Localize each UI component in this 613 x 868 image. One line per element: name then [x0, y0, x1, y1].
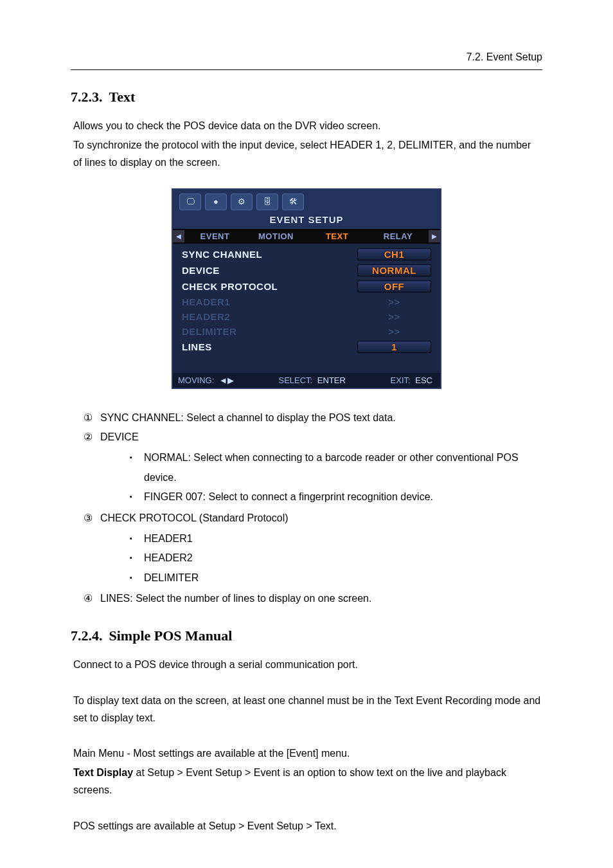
- row-label: DEVICE: [182, 265, 220, 276]
- sub-list: NORMAL: Select when connecting to a barc…: [130, 448, 542, 507]
- tab-arrow-left[interactable]: ◄: [173, 230, 184, 242]
- tab-text[interactable]: TEXT: [306, 230, 368, 243]
- section-title: Text: [109, 89, 136, 105]
- row-label: HEADER1: [182, 296, 230, 307]
- footer-moving: MOVING: ◄▶: [178, 375, 236, 385]
- monitor-icon[interactable]: 🖵: [179, 194, 201, 210]
- list-text: DEVICE: [100, 431, 139, 442]
- dvr-event-setup-window: 🖵 ● ⚙ 🗄 🛠 EVENT SETUP ◄ EVENT MOTION TEX…: [172, 188, 441, 389]
- rec-icon[interactable]: ●: [205, 194, 227, 210]
- row-value[interactable]: 1: [357, 341, 431, 353]
- embedded-screenshot: 🖵 ● ⚙ 🗄 🛠 EVENT SETUP ◄ EVENT MOTION TEX…: [71, 188, 542, 389]
- list-text: CHECK PROTOCOL (Standard Protocol): [100, 512, 289, 523]
- paragraph: To display text data on the screen, at l…: [73, 692, 542, 727]
- toolbar: 🖵 ● ⚙ 🗄 🛠: [173, 190, 440, 213]
- tab-event[interactable]: EVENT: [184, 230, 245, 243]
- bold-text: Text Display: [73, 767, 133, 778]
- sub-list-item: FINGER 007: Select to connect a fingerpr…: [130, 487, 542, 507]
- sub-list-item: DELIMITER: [130, 568, 542, 588]
- window-title: EVENT SETUP: [173, 213, 440, 229]
- intro-paragraph-1: Allows you to check the POS device data …: [73, 117, 542, 134]
- header-breadcrumb: 7.2. Event Setup: [466, 51, 542, 63]
- sub-list-item: HEADER1: [130, 529, 542, 548]
- footer-hint-bar: MOVING: ◄▶ SELECT: ENTER EXIT: ESC: [173, 373, 440, 388]
- row-value: >>: [357, 326, 431, 337]
- section-title: Simple POS Manual: [109, 628, 233, 644]
- list-text: LINES: Select the number of lines to dis…: [100, 593, 371, 604]
- network-icon[interactable]: ⚙: [231, 194, 253, 210]
- row-value[interactable]: CH1: [357, 248, 431, 260]
- page: 7.2. Event Setup 7.2.3.Text Allows you t…: [0, 0, 613, 868]
- list-text: SYNC CHANNEL: Select a channel to displa…: [100, 412, 396, 423]
- list-item: LINES: Select the number of lines to dis…: [84, 589, 542, 608]
- row-label: DELIMITER: [182, 326, 236, 337]
- tab-bar: ◄ EVENT MOTION TEXT RELAY ►: [173, 229, 440, 244]
- paragraph: POS settings are available at Setup > Ev…: [73, 817, 542, 835]
- storage-icon[interactable]: 🗄: [256, 194, 278, 210]
- text: at Setup > Event Setup > Event is an opt…: [73, 767, 506, 795]
- row-value: >>: [357, 311, 431, 322]
- paragraph: Main Menu - Most settings are available …: [73, 745, 542, 762]
- header-rule: [71, 69, 542, 70]
- section-number: 7.2.4.: [71, 628, 103, 644]
- row-delimiter: DELIMITER >>: [178, 324, 435, 339]
- content: 7.2.3.Text Allows you to check the POS d…: [71, 89, 542, 835]
- footer-label: MOVING:: [178, 375, 214, 385]
- intro-paragraph-2: To synchronize the protocol with the inp…: [73, 136, 542, 171]
- footer-key: ESC: [415, 375, 432, 385]
- paragraph: Text Display at Setup > Event Setup > Ev…: [73, 764, 542, 799]
- tab-motion[interactable]: MOTION: [245, 230, 306, 243]
- sub-list-item: NORMAL: Select when connecting to a barc…: [130, 448, 542, 487]
- section-heading-724: 7.2.4.Simple POS Manual: [71, 628, 542, 644]
- row-check-protocol[interactable]: CHECK PROTOCOL OFF: [178, 278, 435, 294]
- settings-rows: SYNC CHANNEL CH1 DEVICE NORMAL CHECK PRO…: [173, 244, 440, 373]
- row-label: SYNC CHANNEL: [182, 249, 262, 260]
- row-value[interactable]: OFF: [357, 280, 431, 293]
- tab-relay[interactable]: RELAY: [368, 230, 429, 243]
- list-item: CHECK PROTOCOL (Standard Protocol) HEADE…: [84, 509, 542, 588]
- tools-icon[interactable]: 🛠: [282, 194, 304, 210]
- tab-arrow-right[interactable]: ►: [429, 230, 440, 242]
- row-value: >>: [357, 296, 431, 307]
- footer-select: SELECT: ENTER: [278, 375, 348, 385]
- numbered-list: SYNC CHANNEL: Select a channel to displa…: [84, 408, 542, 609]
- footer-exit: EXIT: ESC: [391, 375, 435, 385]
- list-item: SYNC CHANNEL: Select a channel to displa…: [84, 408, 542, 428]
- row-header2: HEADER2 >>: [178, 309, 435, 324]
- footer-label: SELECT:: [278, 375, 312, 385]
- list-item: DEVICE NORMAL: Select when connecting to…: [84, 428, 542, 507]
- row-label: HEADER2: [182, 311, 230, 322]
- row-value[interactable]: NORMAL: [357, 264, 431, 276]
- footer-key: ◄▶: [219, 375, 234, 385]
- row-label: LINES: [182, 341, 212, 352]
- paragraph: Connect to a POS device through a serial…: [73, 656, 542, 673]
- row-header1: HEADER1 >>: [178, 294, 435, 309]
- section-heading-723: 7.2.3.Text: [71, 89, 542, 105]
- sub-list-item: HEADER2: [130, 548, 542, 568]
- sub-list: HEADER1 HEADER2 DELIMITER: [130, 529, 542, 588]
- row-label: CHECK PROTOCOL: [182, 281, 278, 292]
- row-lines[interactable]: LINES 1: [178, 339, 435, 355]
- footer-label: EXIT:: [391, 375, 411, 385]
- footer-key: ENTER: [317, 375, 346, 385]
- row-sync-channel[interactable]: SYNC CHANNEL CH1: [178, 246, 435, 262]
- row-device[interactable]: DEVICE NORMAL: [178, 262, 435, 278]
- section-number: 7.2.3.: [71, 89, 103, 105]
